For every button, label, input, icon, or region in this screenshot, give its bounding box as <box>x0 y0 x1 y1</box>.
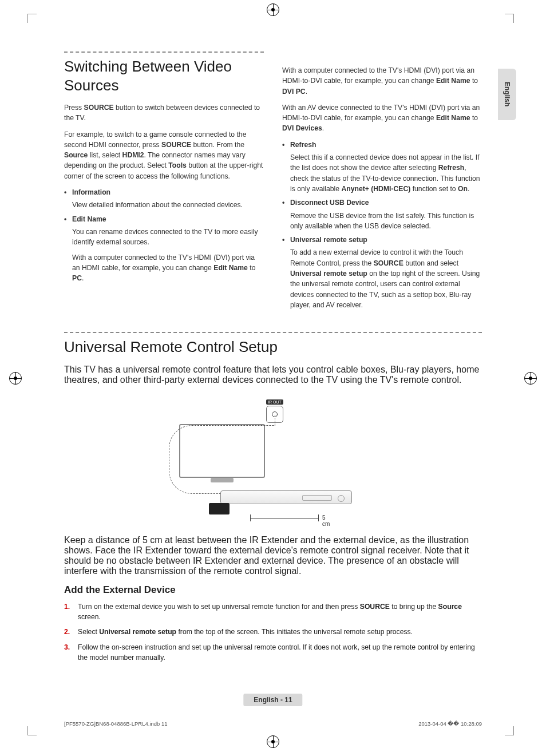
text: . <box>82 274 84 282</box>
text: screen. <box>78 613 101 621</box>
registration-mark-icon <box>267 3 279 16</box>
footer-metadata: [PF5570-ZG]BN68-04886B-LPRL4.indb 11 201… <box>64 721 482 727</box>
paragraph: Press SOURCE button to switch between de… <box>64 102 264 124</box>
text: Select <box>78 628 99 636</box>
bullet-desc: Remove the USB device from the list safe… <box>290 211 482 232</box>
universal-remote-setup-label: Universal remote setup <box>290 270 367 278</box>
edit-name-label: Edit Name <box>213 264 248 272</box>
registration-mark-icon <box>524 372 537 385</box>
bullet-label: Universal remote setup <box>290 236 367 244</box>
text: . <box>322 124 324 132</box>
dvi-pc-label: DVI PC <box>282 88 306 96</box>
footer-timestamp: 2013-04-04 �� 10:28:09 <box>418 721 482 727</box>
source-screen-label: Source <box>438 603 462 611</box>
source-button-label: SOURCE <box>84 104 114 112</box>
edit-name-label: Edit Name <box>436 77 470 85</box>
paragraph: With an AV device connected to the TV's … <box>282 102 482 134</box>
distance-label: 5 cm <box>322 514 330 527</box>
page-number: English - 11 <box>243 694 302 706</box>
paragraph: Keep a distance of 5 cm at least between… <box>64 535 482 576</box>
edit-name-label: Edit Name <box>436 114 470 122</box>
step-3: Follow the on-screen instruction and set… <box>64 642 482 663</box>
cable-icon <box>169 425 275 494</box>
text: list, select <box>88 151 122 159</box>
hdmi2-label: HDMI2 <box>122 151 144 159</box>
text: Press <box>64 104 84 112</box>
bullet-label: Edit Name <box>72 215 106 223</box>
heading-add-external-device: Add the External Device <box>64 584 482 596</box>
distance-indicator: 5 cm <box>250 514 319 523</box>
bullet-disconnect-usb: Disconnect USB Device Remove the USB dev… <box>282 197 482 231</box>
ir-extender-icon <box>209 503 230 514</box>
bullet-label: Refresh <box>290 141 316 149</box>
tools-button-label: Tools <box>168 161 187 169</box>
column-right: With a computer connected to the TV's HD… <box>282 52 482 316</box>
on-label: On <box>458 185 468 193</box>
text: Turn on the external device you wish to … <box>78 603 360 611</box>
cable-icon <box>275 415 275 425</box>
source-list-label: Source <box>64 151 88 159</box>
anynet-label: Anynet+ (HDMI-CEC) <box>341 185 410 193</box>
dvi-devices-label: DVI Devices <box>282 124 322 132</box>
step-1: Turn on the external device you wish to … <box>64 601 482 623</box>
bullet-desc: Select this if a connected device does n… <box>290 152 482 194</box>
paragraph: This TV has a universal remote control f… <box>64 365 482 385</box>
text: to <box>470 77 478 85</box>
paragraph: With a computer connected to the TV's HD… <box>282 65 482 97</box>
bullet-desc: To add a new external device to control … <box>290 247 482 310</box>
heading-switching-sources: Switching Between Video Sources <box>64 52 264 94</box>
universal-remote-setup-label: Universal remote setup <box>99 628 176 636</box>
text: Follow the on-screen instruction and set… <box>78 643 475 662</box>
step-2: Select Universal remote setup from the t… <box>64 627 482 637</box>
footer-file: [PF5570-ZG]BN68-04886B-LPRL4.indb 11 <box>64 721 168 727</box>
bullet-universal-remote: Universal remote setup To add a new exte… <box>282 235 482 310</box>
text: to bring up the <box>390 603 438 611</box>
text: to <box>248 264 256 272</box>
source-button-label: SOURCE <box>360 603 390 611</box>
text: button and select <box>403 259 458 267</box>
text: from the top of the screen. This initiat… <box>176 628 413 636</box>
registration-mark-icon <box>9 372 22 385</box>
connection-diagram: IR OUT 5 cm <box>159 393 387 525</box>
page-content: Switching Between Video Sources Press SO… <box>32 17 514 738</box>
source-button-label: SOURCE <box>161 141 191 149</box>
section-universal-remote: Universal Remote Control Setup This TV h… <box>64 332 482 663</box>
text: function set to <box>410 185 458 193</box>
ir-out-label: IR OUT <box>266 399 283 405</box>
refresh-label: Refresh <box>438 164 464 172</box>
paragraph: For example, to switch to a game console… <box>64 129 264 181</box>
source-button-label: SOURCE <box>374 259 403 267</box>
text: to <box>470 114 478 122</box>
text: button. From the <box>191 141 244 149</box>
text: You can rename devices connected to the … <box>72 227 264 248</box>
bullet-information: Information View detailed information ab… <box>64 187 264 211</box>
bullet-refresh: Refresh Select this if a connected devic… <box>282 140 482 194</box>
bullet-label: Information <box>72 188 110 196</box>
bullet-edit-name: Edit Name You can rename devices connect… <box>64 214 264 284</box>
bullet-desc: You can rename devices connected to the … <box>72 227 264 283</box>
external-device-icon <box>220 490 352 504</box>
heading-universal-remote: Universal Remote Control Setup <box>64 332 482 357</box>
bullet-label: Disconnect USB Device <box>290 199 369 207</box>
column-left: Switching Between Video Sources Press SO… <box>64 52 264 316</box>
text: . <box>306 88 307 96</box>
pc-label: PC <box>72 274 82 282</box>
text: . <box>468 185 469 193</box>
bullet-desc: View detailed information about the conn… <box>72 200 264 210</box>
